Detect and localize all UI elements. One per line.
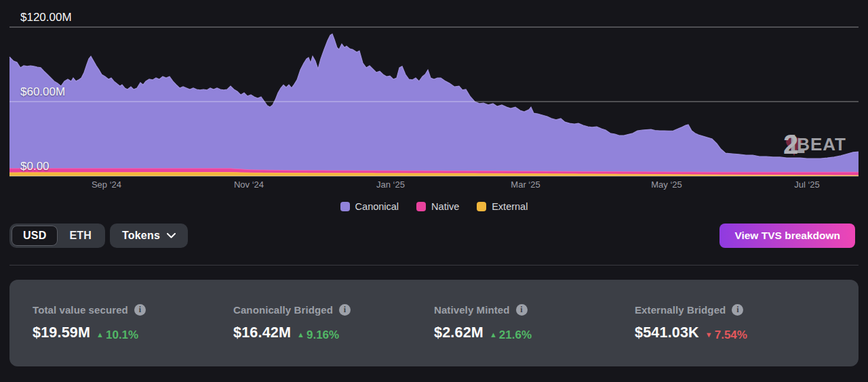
controls-left-group: USD ETH Tokens bbox=[9, 224, 188, 248]
stat-card-0: Total value securedi$19.59M▲10.1% bbox=[33, 304, 233, 342]
stat-card-1: Canonically Bridgedi$16.42M▲9.16% bbox=[233, 304, 434, 342]
native-swatch-icon bbox=[416, 202, 426, 211]
chart-legend: CanonicalNativeExternal bbox=[0, 201, 868, 212]
arrow-up-icon: ▲ bbox=[297, 331, 304, 339]
controls-row: USD ETH Tokens View TVS breakdown bbox=[9, 224, 855, 248]
info-icon[interactable]: i bbox=[134, 304, 146, 316]
info-icon[interactable]: i bbox=[339, 304, 351, 316]
stat-card-2: Natively Mintedi$2.62M▲21.6% bbox=[434, 304, 635, 342]
arrow-down-icon: ▼ bbox=[705, 331, 713, 339]
x-axis-tick-label: Jan ‘25 bbox=[376, 179, 405, 190]
section-divider bbox=[9, 265, 859, 266]
stat-label: Natively Minted bbox=[434, 304, 510, 316]
legend-item-external[interactable]: External bbox=[477, 201, 528, 212]
stat-value-row: $19.59M▲10.1% bbox=[33, 324, 233, 342]
legend-item-native[interactable]: Native bbox=[416, 201, 459, 212]
stat-change-percent: 7.54% bbox=[715, 328, 747, 342]
view-tvs-breakdown-button[interactable]: View TVS breakdown bbox=[719, 224, 855, 248]
stats-panel: Total value securedi$19.59M▲10.1%Canonic… bbox=[9, 280, 859, 366]
stat-label: Total value secured bbox=[33, 304, 128, 316]
legend-item-canonical[interactable]: Canonical bbox=[340, 201, 399, 212]
stat-change-percent: 21.6% bbox=[499, 328, 532, 342]
stat-change-percent: 10.1% bbox=[106, 328, 138, 342]
stat-value: $19.59M bbox=[33, 324, 90, 341]
y-axis-tick-label: $0.00 bbox=[20, 160, 50, 173]
stat-change-up: ▲9.16% bbox=[297, 328, 339, 342]
stat-change-up: ▲21.6% bbox=[490, 328, 532, 342]
info-icon[interactable]: i bbox=[732, 304, 743, 316]
legend-label: Canonical bbox=[355, 201, 399, 212]
y-axis-tick-label: $120.00M bbox=[20, 11, 72, 24]
currency-eth-button[interactable]: ETH bbox=[58, 226, 103, 246]
stat-value-row: $2.62M▲21.6% bbox=[434, 324, 635, 342]
x-axis-tick-label: Sep ‘24 bbox=[92, 179, 121, 190]
canonical-area bbox=[9, 34, 859, 176]
x-axis-tick-label: May ‘25 bbox=[651, 179, 682, 190]
stat-label: Externally Bridged bbox=[635, 304, 726, 316]
legend-label: Native bbox=[431, 201, 459, 212]
arrow-up-icon: ▲ bbox=[96, 331, 104, 339]
stat-card-3: Externally Bridgedi$541.03K▼7.54% bbox=[635, 304, 835, 342]
x-axis-tick-label: Jul ‘25 bbox=[794, 179, 820, 190]
external-swatch-icon bbox=[477, 202, 486, 211]
stat-label-row: Externally Bridgedi bbox=[635, 304, 835, 316]
arrow-up-icon: ▲ bbox=[490, 331, 497, 339]
x-axis-tick-label: Mar ‘25 bbox=[511, 179, 540, 190]
stat-label: Canonically Bridged bbox=[233, 304, 333, 316]
stat-label-row: Total value securedi bbox=[33, 304, 233, 316]
stat-value-row: $541.03K▼7.54% bbox=[635, 324, 835, 342]
stat-change-down: ▼7.54% bbox=[705, 328, 747, 342]
stat-value: $541.03K bbox=[635, 324, 699, 341]
stat-value-row: $16.42M▲9.16% bbox=[233, 324, 434, 342]
tokens-dropdown-label: Tokens bbox=[122, 230, 160, 242]
y-axis-tick-label: $60.00M bbox=[20, 85, 65, 99]
stat-change-percent: 9.16% bbox=[307, 328, 339, 342]
stat-change-up: ▲10.1% bbox=[96, 328, 138, 342]
canonical-swatch-icon bbox=[340, 202, 350, 211]
tvs-stacked-area-chart[interactable] bbox=[0, 0, 868, 192]
tvs-chart-area: $120.00M$60.00M$0.00 Sep ‘24Nov ‘24Jan ‘… bbox=[0, 0, 868, 192]
stat-label-row: Canonically Bridgedi bbox=[233, 304, 434, 316]
stat-value: $2.62M bbox=[434, 324, 484, 341]
info-icon[interactable]: i bbox=[516, 304, 528, 316]
x-axis-tick-label: Nov ‘24 bbox=[234, 179, 264, 190]
tokens-dropdown-button[interactable]: Tokens bbox=[110, 224, 188, 248]
chevron-down-icon bbox=[167, 233, 176, 238]
stat-label-row: Natively Mintedi bbox=[434, 304, 635, 316]
currency-toggle: USD ETH bbox=[9, 224, 105, 248]
legend-label: External bbox=[492, 201, 528, 212]
stat-value: $16.42M bbox=[233, 324, 291, 341]
currency-usd-button[interactable]: USD bbox=[12, 226, 58, 246]
